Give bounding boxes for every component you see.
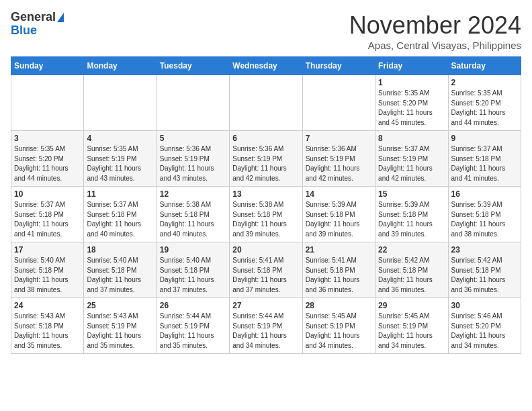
day-number: 22 [378, 245, 445, 255]
day-number: 11 [87, 189, 153, 199]
day-info: Sunrise: 5:44 AM Sunset: 5:19 PM Dayligh… [232, 312, 299, 351]
calendar-cell: 16Sunrise: 5:39 AM Sunset: 5:18 PM Dayli… [448, 187, 521, 242]
logo: General Blue [11, 11, 64, 38]
day-number: 26 [160, 301, 226, 310]
day-info: Sunrise: 5:37 AM Sunset: 5:18 PM Dayligh… [14, 200, 81, 239]
calendar-header-row: SundayMondayTuesdayWednesdayThursdayFrid… [11, 57, 521, 75]
calendar-cell: 26Sunrise: 5:44 AM Sunset: 5:19 PM Dayli… [157, 298, 229, 354]
calendar-cell: 29Sunrise: 5:45 AM Sunset: 5:19 PM Dayli… [375, 298, 448, 354]
day-info: Sunrise: 5:39 AM Sunset: 5:18 PM Dayligh… [451, 200, 518, 239]
day-number: 4 [87, 134, 153, 143]
calendar-cell: 27Sunrise: 5:44 AM Sunset: 5:19 PM Dayli… [230, 298, 302, 354]
calendar-cell [11, 75, 84, 131]
day-number: 12 [160, 189, 226, 199]
day-number: 13 [232, 189, 299, 199]
day-info: Sunrise: 5:36 AM Sunset: 5:19 PM Dayligh… [232, 144, 299, 183]
day-info: Sunrise: 5:36 AM Sunset: 5:19 PM Dayligh… [160, 144, 226, 183]
day-number: 28 [306, 301, 372, 310]
day-number: 6 [232, 134, 299, 143]
day-info: Sunrise: 5:45 AM Sunset: 5:19 PM Dayligh… [378, 312, 445, 351]
day-number: 14 [306, 189, 372, 199]
calendar-cell: 20Sunrise: 5:41 AM Sunset: 5:18 PM Dayli… [230, 242, 302, 298]
calendar-cell: 6Sunrise: 5:36 AM Sunset: 5:19 PM Daylig… [230, 131, 302, 187]
day-number: 5 [160, 134, 226, 143]
day-number: 19 [160, 245, 226, 255]
day-number: 20 [232, 245, 299, 255]
day-info: Sunrise: 5:42 AM Sunset: 5:18 PM Dayligh… [378, 256, 445, 295]
calendar-week-1: 1Sunrise: 5:35 AM Sunset: 5:20 PM Daylig… [11, 75, 521, 131]
calendar-week-2: 3Sunrise: 5:35 AM Sunset: 5:20 PM Daylig… [11, 131, 521, 187]
calendar-cell: 15Sunrise: 5:39 AM Sunset: 5:18 PM Dayli… [375, 187, 448, 242]
logo-triangle-icon [57, 13, 64, 22]
calendar-cell: 14Sunrise: 5:39 AM Sunset: 5:18 PM Dayli… [302, 187, 375, 242]
logo-blue-text: Blue [11, 24, 37, 38]
day-info: Sunrise: 5:40 AM Sunset: 5:18 PM Dayligh… [160, 256, 226, 295]
day-info: Sunrise: 5:39 AM Sunset: 5:18 PM Dayligh… [378, 200, 445, 239]
day-number: 17 [14, 245, 81, 255]
day-info: Sunrise: 5:37 AM Sunset: 5:18 PM Dayligh… [87, 200, 153, 239]
day-number: 24 [14, 301, 81, 310]
calendar-cell: 22Sunrise: 5:42 AM Sunset: 5:18 PM Dayli… [375, 242, 448, 298]
calendar-cell [84, 75, 157, 131]
calendar-week-5: 24Sunrise: 5:43 AM Sunset: 5:18 PM Dayli… [11, 298, 521, 354]
calendar-cell: 25Sunrise: 5:43 AM Sunset: 5:19 PM Dayli… [84, 298, 157, 354]
title-area: November 2024 Apas, Central Visayas, Phi… [349, 11, 521, 51]
day-info: Sunrise: 5:35 AM Sunset: 5:20 PM Dayligh… [451, 89, 518, 128]
calendar-cell [230, 75, 302, 131]
calendar-cell: 10Sunrise: 5:37 AM Sunset: 5:18 PM Dayli… [11, 187, 84, 242]
calendar-cell: 8Sunrise: 5:37 AM Sunset: 5:19 PM Daylig… [375, 131, 448, 187]
calendar-header-tuesday: Tuesday [157, 57, 229, 75]
day-number: 15 [378, 189, 445, 199]
location-title: Apas, Central Visayas, Philippines [349, 40, 521, 51]
day-number: 27 [232, 301, 299, 310]
day-info: Sunrise: 5:41 AM Sunset: 5:18 PM Dayligh… [232, 256, 299, 295]
day-info: Sunrise: 5:35 AM Sunset: 5:20 PM Dayligh… [378, 89, 445, 128]
day-number: 3 [14, 134, 81, 143]
day-number: 7 [306, 134, 372, 143]
day-info: Sunrise: 5:43 AM Sunset: 5:19 PM Dayligh… [87, 312, 153, 351]
day-info: Sunrise: 5:39 AM Sunset: 5:18 PM Dayligh… [306, 200, 372, 239]
calendar-header-sunday: Sunday [11, 57, 84, 75]
calendar-cell [302, 75, 375, 131]
calendar-header-saturday: Saturday [448, 57, 521, 75]
day-number: 29 [378, 301, 445, 310]
calendar-header-wednesday: Wednesday [230, 57, 302, 75]
calendar-cell: 2Sunrise: 5:35 AM Sunset: 5:20 PM Daylig… [448, 75, 521, 131]
day-info: Sunrise: 5:46 AM Sunset: 5:20 PM Dayligh… [451, 312, 518, 351]
day-number: 9 [451, 134, 518, 143]
month-title: November 2024 [349, 11, 521, 40]
day-info: Sunrise: 5:35 AM Sunset: 5:19 PM Dayligh… [87, 144, 153, 183]
calendar-cell: 13Sunrise: 5:38 AM Sunset: 5:18 PM Dayli… [230, 187, 302, 242]
calendar-cell: 12Sunrise: 5:38 AM Sunset: 5:18 PM Dayli… [157, 187, 229, 242]
calendar-cell: 30Sunrise: 5:46 AM Sunset: 5:20 PM Dayli… [448, 298, 521, 354]
day-info: Sunrise: 5:38 AM Sunset: 5:18 PM Dayligh… [232, 200, 299, 239]
day-number: 2 [451, 78, 518, 87]
calendar-cell: 28Sunrise: 5:45 AM Sunset: 5:19 PM Dayli… [302, 298, 375, 354]
logo-general-text: General [11, 11, 56, 24]
day-info: Sunrise: 5:40 AM Sunset: 5:18 PM Dayligh… [14, 256, 81, 295]
calendar-header-monday: Monday [84, 57, 157, 75]
day-number: 30 [451, 301, 518, 310]
day-info: Sunrise: 5:41 AM Sunset: 5:18 PM Dayligh… [306, 256, 372, 295]
calendar-cell: 7Sunrise: 5:36 AM Sunset: 5:19 PM Daylig… [302, 131, 375, 187]
calendar-cell: 4Sunrise: 5:35 AM Sunset: 5:19 PM Daylig… [84, 131, 157, 187]
day-info: Sunrise: 5:43 AM Sunset: 5:18 PM Dayligh… [14, 312, 81, 351]
day-info: Sunrise: 5:44 AM Sunset: 5:19 PM Dayligh… [160, 312, 226, 351]
calendar-cell: 9Sunrise: 5:37 AM Sunset: 5:18 PM Daylig… [448, 131, 521, 187]
calendar-cell: 3Sunrise: 5:35 AM Sunset: 5:20 PM Daylig… [11, 131, 84, 187]
day-number: 8 [378, 134, 445, 143]
day-number: 18 [87, 245, 153, 255]
calendar-header-thursday: Thursday [302, 57, 375, 75]
day-number: 25 [87, 301, 153, 310]
day-info: Sunrise: 5:40 AM Sunset: 5:18 PM Dayligh… [87, 256, 153, 295]
day-info: Sunrise: 5:38 AM Sunset: 5:18 PM Dayligh… [160, 200, 226, 239]
day-number: 16 [451, 189, 518, 199]
day-info: Sunrise: 5:37 AM Sunset: 5:19 PM Dayligh… [378, 144, 445, 183]
calendar-cell: 18Sunrise: 5:40 AM Sunset: 5:18 PM Dayli… [84, 242, 157, 298]
calendar-table: SundayMondayTuesdayWednesdayThursdayFrid… [11, 56, 521, 354]
calendar-week-3: 10Sunrise: 5:37 AM Sunset: 5:18 PM Dayli… [11, 187, 521, 242]
calendar-cell: 23Sunrise: 5:42 AM Sunset: 5:18 PM Dayli… [448, 242, 521, 298]
day-number: 23 [451, 245, 518, 255]
calendar-cell: 21Sunrise: 5:41 AM Sunset: 5:18 PM Dayli… [302, 242, 375, 298]
day-info: Sunrise: 5:42 AM Sunset: 5:18 PM Dayligh… [451, 256, 518, 295]
